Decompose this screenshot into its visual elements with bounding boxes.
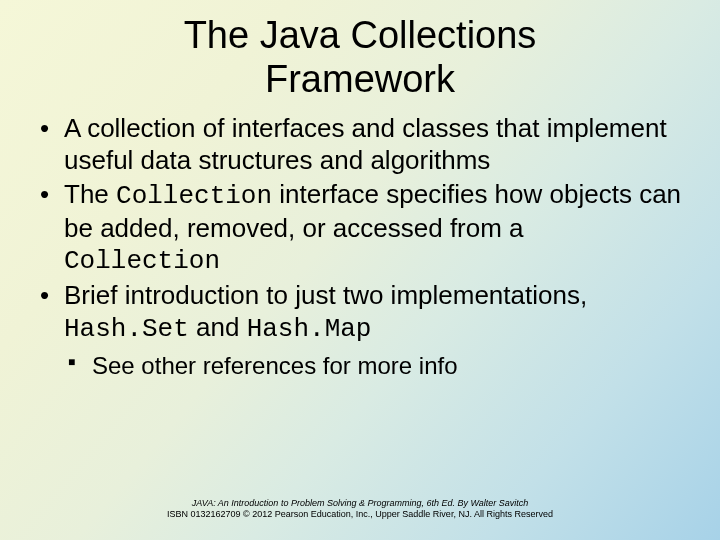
sub-bullet-list: See other references for more info: [34, 351, 686, 381]
footer: JAVA: An Introduction to Problem Solving…: [0, 498, 720, 521]
bullet-3-pre: Brief introduction to just two implement…: [64, 280, 587, 310]
bullet-item-1: A collection of interfaces and classes t…: [34, 113, 686, 176]
title-line-2: Framework: [265, 58, 455, 100]
title-line-1: The Java Collections: [184, 14, 537, 56]
code-hashset: Hash.Set: [64, 314, 189, 344]
code-hashmap: Hash.Map: [247, 314, 372, 344]
code-collection-1: Collection: [116, 181, 272, 211]
code-collection-2: Collection: [64, 246, 220, 276]
sub-bullet-1: See other references for more info: [34, 351, 686, 381]
sub-bullet-1-text: See other references for more info: [92, 352, 458, 379]
slide-body: A collection of interfaces and classes t…: [0, 101, 720, 381]
bullet-item-3: Brief introduction to just two implement…: [34, 280, 686, 345]
footer-line-2: ISBN 0132162709 © 2012 Pearson Education…: [0, 509, 720, 520]
slide-title: The Java Collections Framework: [0, 0, 720, 101]
footer-line-1: JAVA: An Introduction to Problem Solving…: [0, 498, 720, 509]
bullet-item-2: The Collection interface specifies how o…: [34, 179, 686, 278]
bullet-2-pre: The: [64, 179, 116, 209]
bullet-1-text: A collection of interfaces and classes t…: [64, 113, 667, 175]
bullet-3-mid: and: [189, 312, 247, 342]
bullet-list: A collection of interfaces and classes t…: [34, 113, 686, 345]
